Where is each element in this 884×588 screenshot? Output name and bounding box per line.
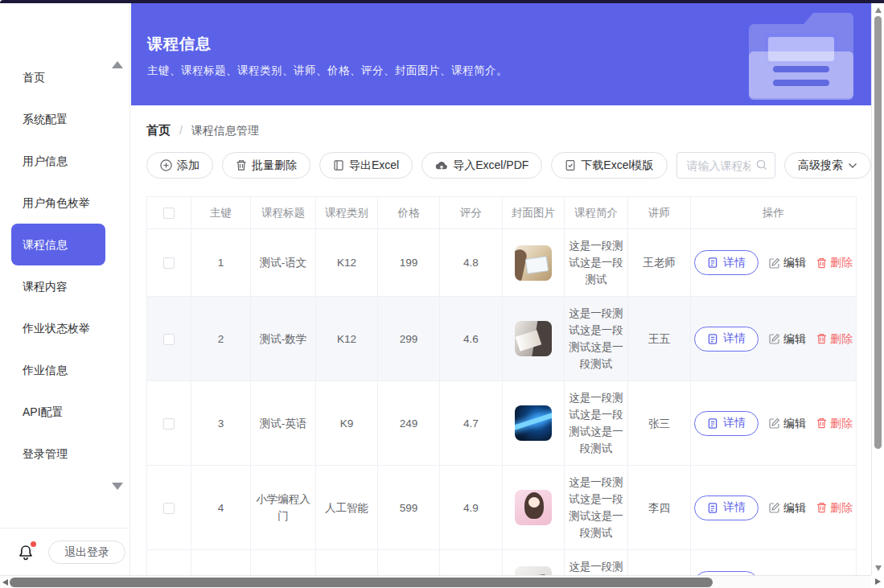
edit-label: 编辑 [783, 500, 806, 516]
horizontal-scrollbar-thumb[interactable] [10, 578, 713, 587]
vertical-scrollbar-thumb[interactable] [874, 16, 882, 449]
column-header: 课程标题 [251, 197, 316, 229]
add-button[interactable]: 添加 [146, 152, 213, 179]
cell-rating: 4.6 [440, 297, 503, 381]
row-checkbox[interactable] [163, 503, 175, 514]
sidebar-item-course-info[interactable]: 课程信息 [11, 224, 105, 265]
cover-image[interactable] [515, 405, 552, 441]
cell-id: 3 [191, 381, 251, 466]
batch-delete-label: 批量删除 [252, 158, 297, 173]
detail-label: 详情 [723, 256, 746, 270]
plus-circle-icon [160, 159, 172, 171]
sidebar-item-api-config[interactable]: API配置 [0, 391, 130, 433]
cell-category: K12 [316, 229, 378, 297]
table-row: 3测试-英语K92494.7这是一段测试这是一段测试这是一段测试张三详情编辑删除 [147, 381, 857, 466]
detail-button[interactable]: 详情 [694, 250, 759, 275]
cell-actions: 详情编辑删除 [691, 381, 857, 466]
edit-label: 编辑 [783, 331, 806, 347]
scroll-right-arrow-icon[interactable] [875, 578, 881, 585]
detail-button[interactable]: 详情 [694, 411, 759, 436]
export-icon [333, 159, 344, 171]
edit-icon [769, 502, 780, 513]
toolbar: 添加 批量删除 导出Excel 导入Excel/P [146, 152, 871, 179]
delete-label: 删除 [830, 500, 853, 516]
sidebar-scroll-down-icon[interactable] [112, 483, 123, 490]
detail-button[interactable]: 详情 [694, 495, 759, 520]
sidebar-item-user-role-enum[interactable]: 用户角色枚举 [0, 182, 130, 224]
sidebar-item-user-info[interactable]: 用户信息 [0, 140, 130, 182]
delete-label: 删除 [830, 331, 853, 347]
edit-button[interactable]: 编辑 [769, 415, 806, 432]
download-template-button[interactable]: 下载Excel模版 [551, 152, 667, 179]
logout-button[interactable]: 退出登录 [48, 541, 125, 564]
cell-teacher: 王老师 [628, 229, 691, 297]
search-icon[interactable] [755, 158, 768, 175]
scroll-down-arrow-icon[interactable] [875, 565, 882, 571]
detail-doc-icon [707, 333, 718, 345]
edit-button[interactable]: 编辑 [769, 500, 806, 516]
cell-price: 199 [378, 229, 440, 297]
row-checkbox[interactable] [163, 257, 175, 269]
cover-image[interactable] [515, 321, 552, 356]
cell-id: 4 [191, 466, 251, 550]
cell-price: 299 [378, 297, 440, 381]
sidebar-footer: 退出登录 [0, 528, 129, 576]
detail-label: 详情 [723, 416, 746, 430]
breadcrumb-home-link[interactable]: 首页 [146, 123, 171, 137]
cell-actions: 详情编辑删除 [691, 297, 857, 381]
sidebar-item-home[interactable]: 首页 [0, 56, 130, 98]
row-checkbox[interactable] [163, 418, 175, 430]
delete-button[interactable]: 删除 [816, 415, 853, 432]
cell-category: 人工智能 [316, 466, 378, 550]
cell-title: 小学编程入门 [251, 466, 316, 550]
edit-label: 编辑 [783, 415, 806, 432]
cloud-upload-icon [435, 159, 448, 171]
horizontal-scrollbar[interactable] [0, 575, 871, 588]
import-excel-label: 导入Excel/PDF [453, 158, 528, 173]
export-excel-button[interactable]: 导出Excel [319, 152, 413, 179]
main-content: 课程信息 主键、课程标题、课程类别、讲师、价格、评分、封面图片、课程简介。 首页… [131, 3, 871, 588]
row-checkbox[interactable] [163, 334, 175, 345]
notification-bell-icon[interactable] [16, 543, 35, 562]
cover-image[interactable] [515, 245, 552, 281]
notification-badge [31, 541, 36, 547]
cell-rating: 4.8 [440, 229, 503, 297]
cell-category: K12 [316, 297, 378, 381]
scroll-up-arrow-icon[interactable] [875, 7, 882, 13]
sidebar-item-login-management[interactable]: 登录管理 [0, 433, 130, 475]
edit-label: 编辑 [783, 254, 806, 271]
import-excel-button[interactable]: 导入Excel/PDF [421, 152, 542, 179]
sidebar-item-system-config[interactable]: 系统配置 [0, 98, 130, 140]
edit-button[interactable]: 编辑 [769, 331, 806, 347]
folder-icon [742, 5, 861, 105]
sidebar-item-homework-status-enum[interactable]: 作业状态枚举 [0, 307, 130, 349]
advanced-search-button[interactable]: 高级搜索 [784, 152, 871, 179]
edit-button[interactable]: 编辑 [769, 254, 806, 271]
vertical-scrollbar[interactable] [871, 3, 884, 575]
cell-intro: 这是一段测试这是一段测试这是一段测试 [565, 297, 628, 381]
sidebar-item-homework-info[interactable]: 作业信息 [0, 349, 130, 391]
delete-button[interactable]: 删除 [816, 254, 853, 271]
column-header: 评分 [440, 197, 503, 229]
cover-image[interactable] [515, 490, 552, 525]
detail-label: 详情 [723, 500, 746, 515]
delete-button[interactable]: 删除 [816, 500, 853, 516]
detail-doc-icon [707, 502, 718, 514]
cell-rating: 4.7 [440, 381, 503, 466]
cell-category: K9 [316, 381, 378, 466]
select-all-checkbox[interactable] [163, 208, 175, 219]
sidebar-menu: 首页系统配置用户信息用户角色枚举课程信息课程内容作业状态枚举作业信息API配置登… [0, 56, 130, 475]
batch-delete-button[interactable]: 批量删除 [222, 152, 310, 179]
scroll-left-arrow-icon[interactable] [2, 579, 8, 586]
detail-button[interactable]: 详情 [694, 327, 759, 352]
delete-trash-icon [816, 257, 827, 269]
delete-label: 删除 [830, 254, 853, 271]
delete-button[interactable]: 删除 [816, 331, 853, 347]
detail-doc-icon [707, 417, 718, 430]
advanced-search-label: 高级搜索 [798, 158, 843, 173]
table-row: 4小学编程入门人工智能5994.9这是一段测试这是一段测试这是一段测试李四详情编… [147, 466, 857, 550]
edit-icon [769, 333, 780, 344]
sidebar-item-course-content[interactable]: 课程内容 [0, 265, 130, 307]
delete-trash-icon [816, 333, 827, 344]
cell-actions: 详情编辑删除 [691, 229, 857, 297]
